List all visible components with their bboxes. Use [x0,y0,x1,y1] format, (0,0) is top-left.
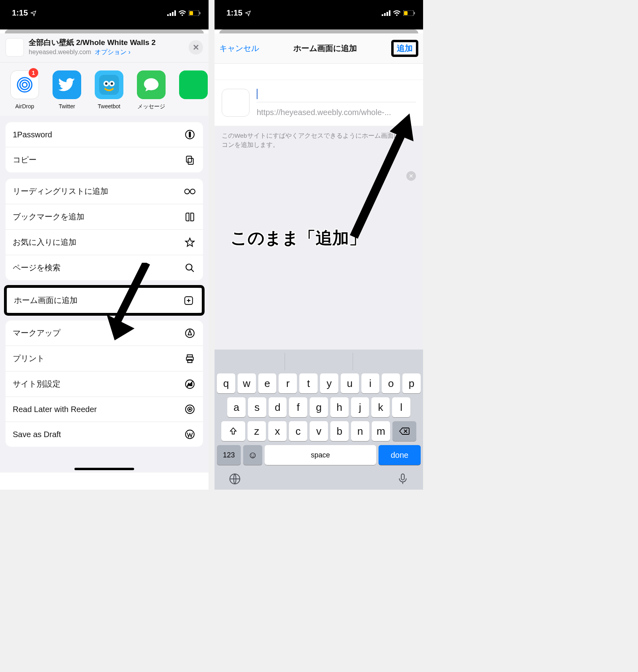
key-i[interactable]: i [361,373,380,393]
svg-rect-10 [99,75,119,95]
svg-point-21 [186,264,192,270]
done-key[interactable]: done [379,445,421,465]
svg-rect-2 [172,12,174,16]
svg-rect-34 [384,13,386,16]
tweetbot-icon [95,70,123,99]
twitter-icon [53,70,81,99]
glasses-icon [184,188,196,195]
key-n[interactable]: n [351,421,369,441]
key-d[interactable]: d [269,397,287,417]
battery-icon [403,10,415,16]
key-c[interactable]: c [289,421,307,441]
nav-bar: キャンセル ホーム画面に追加 追加 [215,33,423,64]
page-domain: heyeased.weebly.com [29,49,91,55]
key-s[interactable]: s [248,397,266,417]
add-to-home-screen: 1:15 キャンセル ホーム画面に追加 追加 https://heyeased.… [215,0,423,490]
action-reeder[interactable]: Read Later with Reeder [6,397,203,422]
action-label: プリント [13,353,45,364]
key-f[interactable]: f [289,397,307,417]
site-icon-preview [222,89,250,117]
action-plus-square[interactable]: ホーム画面に追加 [7,288,202,313]
bookmark-url: https://heyeased.weebly.com/whole-... [257,108,416,117]
key-l[interactable]: l [392,397,410,417]
key-o[interactable]: o [382,373,400,393]
location-icon [30,10,37,16]
space-key[interactable]: space [265,445,376,465]
share-app-line[interactable] [179,70,208,110]
share-app-twitter[interactable]: Twitter [53,70,81,110]
page-title: 全部白い壁紙 2/Whole White Walls 2 [29,38,184,47]
key-b[interactable]: b [330,421,349,441]
action-markup[interactable]: マークアップ [6,320,203,346]
shift-key[interactable] [221,421,245,441]
action-wordpress[interactable]: Save as Draft [6,422,203,447]
close-button[interactable]: ✕ [189,40,203,55]
svg-point-31 [189,408,190,410]
action-glasses[interactable]: リーディングリストに追加 [6,179,203,204]
key-p[interactable]: p [402,373,421,393]
action-label: リーディングリストに追加 [13,186,108,197]
mic-icon[interactable] [397,473,409,485]
svg-rect-18 [186,156,191,162]
options-link[interactable]: オプション › [95,49,131,55]
key-w[interactable]: w [238,373,256,393]
bookmark-name-input[interactable] [257,89,416,102]
key-m[interactable]: m [372,421,390,441]
action-label: お気に入りに追加 [13,237,76,248]
wordpress-icon [184,429,196,440]
nav-title: ホーム画面に追加 [293,43,357,54]
suggestion-bar [217,353,421,370]
key-j[interactable]: j [351,397,369,417]
numeric-key[interactable]: 123 [217,445,241,465]
key-h[interactable]: h [330,397,349,417]
key-u[interactable]: u [341,373,359,393]
share-app-tweetbot[interactable]: Tweetbot [95,70,123,110]
share-apps-row: AirDrop1TwitterTweetbotメッセージ [0,63,209,116]
key-g[interactable]: g [310,397,328,417]
action-search[interactable]: ページを検索 [6,255,203,280]
key-r[interactable]: r [279,373,297,393]
key-v[interactable]: v [310,421,328,441]
key-q[interactable]: q [217,373,235,393]
plus-square-icon [183,295,195,306]
key-x[interactable]: x [268,421,287,441]
keyboard: qwertyuiop asdfghjkl zxcvbnm 123 ☺ space… [215,350,423,490]
action-noads[interactable]: サイト別設定Ad [6,371,203,397]
add-button[interactable]: 追加 [394,42,415,54]
svg-rect-26 [188,359,192,363]
share-header: 全部白い壁紙 2/Whole White Walls 2 heyeased.we… [0,33,209,63]
svg-rect-41 [401,474,404,480]
status-bar: 1:15 [0,0,209,24]
svg-rect-5 [189,11,193,15]
key-k[interactable]: k [371,397,390,417]
key-a[interactable]: a [227,397,246,417]
share-app-airdrop[interactable]: AirDrop1 [10,70,39,110]
app-label: Tweetbot [98,103,121,109]
home-indicator [74,468,134,470]
clear-text-button[interactable]: ✕ [406,171,416,181]
action-label: コピー [13,154,37,165]
svg-rect-38 [404,11,408,15]
key-y[interactable]: y [320,373,338,393]
action-label: ホーム画面に追加 [14,295,78,306]
emoji-key[interactable]: ☺ [243,445,262,465]
backspace-key[interactable] [392,421,416,441]
onepassword-icon [184,129,196,140]
action-book[interactable]: ブックマークを追加 [6,204,203,230]
key-z[interactable]: z [248,421,266,441]
share-app-messages[interactable]: メッセージ [137,70,166,110]
line-icon [179,70,208,99]
key-e[interactable]: e [258,373,277,393]
action-star[interactable]: お気に入りに追加 [6,230,203,255]
book-icon [184,212,196,222]
svg-rect-3 [174,10,176,16]
wifi-icon [393,10,401,16]
badge: 1 [29,68,38,78]
globe-icon[interactable] [229,473,241,485]
svg-point-19 [185,189,189,194]
action-copy[interactable]: コピー [6,147,203,172]
action-print[interactable]: プリント [6,346,203,371]
action-onepassword[interactable]: 1Password [6,122,203,147]
cancel-button[interactable]: キャンセル [219,43,259,54]
key-t[interactable]: t [299,373,318,393]
